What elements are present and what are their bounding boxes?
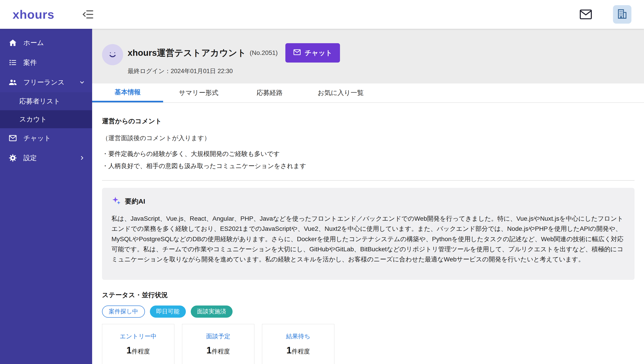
envelope-icon (293, 48, 301, 58)
last-login: 最終ログイン：2024年01月01日 22:30 (128, 67, 340, 75)
section-divider (102, 180, 634, 181)
tab-content: 運営からのコメント （運営面談後のコメントが入ります） ・要件定義からの経験が多… (92, 117, 644, 364)
page-title: xhours運営テストアカウント (128, 47, 246, 59)
comment-section-title: 運営からのコメント (102, 117, 634, 126)
sidebar-item-label: フリーランス (23, 78, 65, 87)
chevron-down-icon (79, 79, 86, 86)
card-entry: エントリー中 1 件程度 (102, 324, 174, 364)
mail-icon[interactable] (579, 8, 593, 21)
sidebar-item-label: スカウト (19, 115, 47, 124)
chevron-right-icon (79, 154, 86, 161)
top-app-bar: xhours (0, 0, 644, 29)
ai-summary-body: 私は、JavaScript、Vue.js、React、Angular、PHP、J… (112, 214, 625, 265)
sidebar-item-label: チャット (23, 134, 51, 143)
comment-line: ・人柄良好で、相手の意図も汲み取ったコミュニケーションをされます (102, 161, 634, 171)
sidebar-item-chat[interactable]: チャット (0, 128, 92, 148)
home-icon (8, 39, 17, 47)
sidebar-item-label: 設定 (23, 153, 37, 163)
status-badge-interviewed: 面談実施済 (191, 305, 232, 318)
sidebar: ホーム 案件 フリーランス (0, 29, 92, 364)
sidebar-item-label: ホーム (23, 38, 44, 48)
sidebar-item-scout[interactable]: スカウト (0, 110, 92, 128)
sidebar-item-applicant-list[interactable]: 応募者リスト (0, 92, 92, 110)
sidebar-item-projects[interactable]: 案件 (0, 53, 92, 72)
card-title: 結果待ち (262, 332, 334, 340)
sidebar-item-freelance[interactable]: フリーランス (0, 72, 92, 92)
smiley-icon (105, 46, 120, 63)
comment-line: ・要件定義からの経験が多く、大規模開発のご経験も多いです (102, 149, 634, 159)
app-logo: xhours (12, 8, 54, 21)
card-title: エントリー中 (102, 332, 174, 340)
chat-button-label: チャット (305, 48, 332, 58)
status-badge-searching: 案件探し中 (102, 305, 145, 318)
card-unit: 件程度 (132, 347, 150, 355)
profile-header: xhours運営テストアカウント (No.2051) チャット 最終ログイン：2… (92, 29, 644, 83)
account-number: (No.2051) (250, 49, 278, 57)
gear-icon (8, 154, 17, 162)
tab-bar: 基本情報 サマリー形式 応募経路 お気に入り一覧 (92, 83, 644, 103)
building-icon (616, 8, 628, 21)
sidebar-item-label: 応募者リスト (19, 97, 60, 106)
status-badges: 案件探し中 即日可能 面談実施済 (102, 305, 634, 318)
tab-summary[interactable]: サマリー形式 (163, 83, 234, 102)
sidebar-item-label: 案件 (23, 58, 37, 67)
ai-summary-box: 要約AI 私は、JavaScript、Vue.js、React、Angular、… (102, 188, 634, 280)
sidebar-item-settings[interactable]: 設定 (0, 148, 92, 168)
list-icon (8, 58, 17, 67)
account-avatar[interactable] (613, 5, 632, 24)
tab-favorites[interactable]: お気に入り一覧 (305, 83, 376, 102)
sidebar-item-home[interactable]: ホーム (0, 33, 92, 53)
status-badge-available-now: 即日可能 (150, 305, 186, 318)
status-section-title: ステータス・並行状況 (102, 291, 634, 300)
freelancer-avatar (102, 44, 123, 65)
comment-placeholder: （運営面談後のコメントが入ります） (102, 134, 634, 142)
parallel-status-cards: エントリー中 1 件程度 面談予定 1 件程度 結果待ち 1 件程度 (102, 324, 634, 364)
people-icon (8, 78, 17, 87)
card-awaiting-result: 結果待ち 1 件程度 (262, 324, 334, 364)
tab-basic-info[interactable]: 基本情報 (92, 83, 163, 102)
main-content: xhours運営テストアカウント (No.2051) チャット 最終ログイン：2… (92, 29, 644, 364)
card-unit: 件程度 (292, 347, 310, 355)
card-count: 1 (126, 345, 132, 356)
tab-application-route[interactable]: 応募経路 (234, 83, 305, 102)
card-count: 1 (286, 345, 292, 356)
card-unit: 件程度 (212, 347, 230, 355)
sidebar-collapse-icon[interactable] (81, 8, 94, 21)
card-title: 面談予定 (182, 332, 254, 340)
card-interview-scheduled: 面談予定 1 件程度 (182, 324, 254, 364)
envelope-icon (8, 134, 17, 142)
ai-summary-title: 要約AI (125, 197, 145, 206)
card-count: 1 (206, 345, 212, 356)
sparkle-icon (112, 196, 121, 207)
chat-button[interactable]: チャット (285, 43, 340, 63)
